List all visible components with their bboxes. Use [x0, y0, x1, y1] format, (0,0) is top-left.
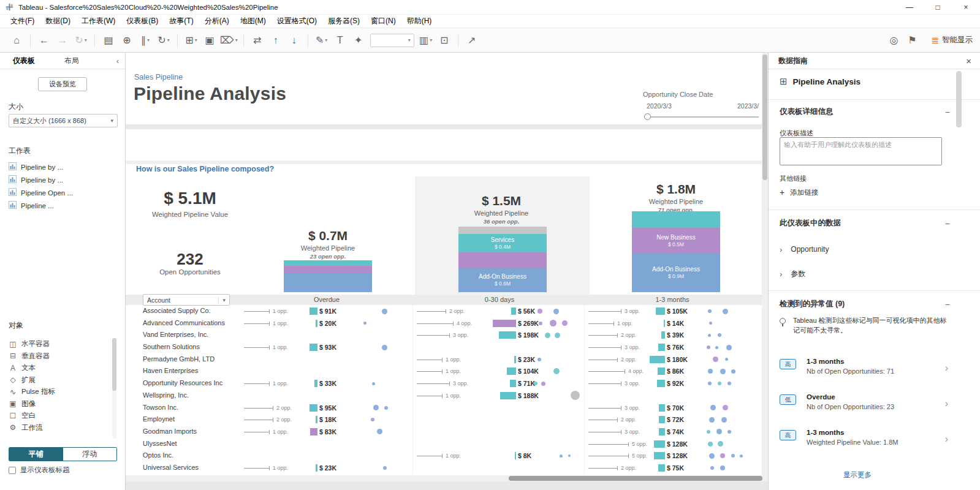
- menu-item[interactable]: 服务器(S): [322, 15, 365, 28]
- pipeline-bar[interactable]: [659, 416, 665, 423]
- account-filter[interactable]: Account ▾: [143, 294, 230, 306]
- back-icon[interactable]: ←: [36, 32, 52, 49]
- opportunity-dot[interactable]: [708, 369, 713, 374]
- opportunity-dot[interactable]: [553, 368, 560, 374]
- table-row[interactable]: Associated Supply Co.1 opp.$ 91K2 opp.$ …: [126, 305, 762, 317]
- swap-axes-icon[interactable]: ⇄: [249, 32, 265, 49]
- opportunity-dot[interactable]: [731, 454, 735, 458]
- opportunity-dot[interactable]: [723, 405, 728, 410]
- floating-button[interactable]: 浮动: [63, 448, 117, 461]
- show-me-button[interactable]: ≣ 智能显示: [931, 35, 973, 46]
- pipeline-bar[interactable]: [514, 356, 516, 363]
- opportunity-dot[interactable]: [718, 333, 721, 337]
- data-source-item[interactable]: ›Opportunity: [769, 239, 980, 260]
- menu-item[interactable]: 帮助(H): [401, 15, 438, 28]
- menu-item[interactable]: 分析(A): [199, 15, 235, 28]
- pipeline-bar[interactable]: [658, 344, 665, 351]
- object-item[interactable]: ◇扩展: [6, 374, 110, 386]
- dashboard-description-input[interactable]: [780, 137, 942, 165]
- pipeline-bar[interactable]: [316, 416, 317, 423]
- pipeline-bar[interactable]: [515, 452, 516, 459]
- device-preview-button[interactable]: 设备预览: [38, 77, 87, 91]
- highlight-icon[interactable]: ✎▾: [314, 32, 330, 49]
- outlier-item[interactable]: 高1-3 monthsNb of Open Opportunities: 71›: [769, 356, 980, 386]
- share-icon[interactable]: ↗: [464, 32, 480, 49]
- opportunity-dot[interactable]: [708, 334, 711, 337]
- outlier-item[interactable]: 高1-3 monthsWeighted Pipeline Value: 1.8M…: [769, 428, 980, 457]
- worksheet-item[interactable]: Pipeline Open ...: [6, 186, 120, 199]
- presentation-icon[interactable]: ⊡: [436, 32, 452, 49]
- menu-item[interactable]: 文件(F): [5, 15, 40, 28]
- menu-item[interactable]: 设置格式(O): [272, 15, 322, 28]
- duplicate-icon[interactable]: ▣: [202, 32, 218, 49]
- object-item[interactable]: ∿Pulse 指标: [6, 386, 110, 398]
- close-icon[interactable]: ×: [966, 56, 971, 66]
- pipeline-bar[interactable]: [664, 320, 665, 327]
- horizontal-scrollbar[interactable]: [126, 475, 768, 481]
- opportunity-dot[interactable]: [720, 453, 725, 458]
- object-item[interactable]: ⚙工作流: [6, 422, 110, 434]
- collapse-section-icon[interactable]: −: [945, 219, 950, 228]
- menu-item[interactable]: 数据(D): [40, 15, 76, 28]
- outlier-item[interactable]: 低OverdueNb of Open Opportunities: 23›: [769, 392, 980, 421]
- pause-updates-icon[interactable]: ∥▾: [137, 32, 153, 49]
- opportunity-dot[interactable]: [716, 429, 722, 434]
- sort-asc-icon[interactable]: ↑: [268, 32, 284, 49]
- opportunity-dot[interactable]: [550, 320, 556, 326]
- opportunity-dot[interactable]: [539, 322, 542, 325]
- menu-item[interactable]: 故事(T): [164, 15, 199, 28]
- minimize-button[interactable]: —: [895, 0, 924, 14]
- pipeline-bar[interactable]: [657, 380, 665, 387]
- opportunity-dot[interactable]: [740, 454, 743, 458]
- stacked-bar-segment[interactable]: [632, 211, 720, 228]
- opportunity-dot[interactable]: [720, 466, 725, 470]
- table-row[interactable]: Optos Inc.1 opp.$ 8K5 opp.$ 128K: [126, 450, 762, 462]
- fix-axes-icon[interactable]: ✦: [351, 32, 367, 49]
- opportunity-dot[interactable]: [373, 405, 379, 410]
- show-title-checkbox[interactable]: [9, 467, 16, 474]
- save-icon[interactable]: ▤: [101, 32, 116, 49]
- opportunity-dot[interactable]: [537, 309, 542, 314]
- object-item[interactable]: A文本: [6, 362, 110, 374]
- opportunity-dot[interactable]: [383, 466, 387, 470]
- stacked-bar-segment[interactable]: New Business$ 0.5M: [632, 228, 720, 254]
- maximize-button[interactable]: □: [924, 0, 952, 14]
- opportunity-dot[interactable]: [727, 430, 731, 434]
- pipeline-bar[interactable]: [507, 368, 516, 375]
- pipeline-bar[interactable]: [511, 307, 516, 315]
- date-slider-handle[interactable]: [644, 113, 651, 120]
- data-guide-scrollbar[interactable]: [956, 71, 962, 127]
- opportunity-dot[interactable]: [371, 418, 374, 421]
- stacked-bar-segment[interactable]: [458, 227, 547, 234]
- pipeline-bar[interactable]: [316, 320, 317, 327]
- pipeline-bar[interactable]: [654, 452, 665, 459]
- pipeline-bar[interactable]: [310, 404, 317, 412]
- objects-scrollbar[interactable]: [112, 338, 116, 391]
- object-item[interactable]: ⊟垂直容器: [6, 350, 110, 363]
- opportunity-dot[interactable]: [715, 346, 718, 349]
- opportunity-dot[interactable]: [384, 406, 388, 410]
- table-row[interactable]: Wellspring, Inc.1 opp.$ 188K: [126, 390, 762, 402]
- size-selector[interactable]: 自定义大小 (1666 x 868) ▾: [9, 114, 118, 127]
- opportunity-dot[interactable]: [537, 358, 541, 361]
- labels-icon[interactable]: T: [332, 32, 348, 49]
- table-row[interactable]: Vand Enterprises, Inc.3 opp.$ 198K2 opp.…: [126, 329, 762, 341]
- table-row[interactable]: Universal Services1 opp.$ 23K2 opp.$ 75K: [126, 462, 762, 474]
- worksheet-item[interactable]: Pipeline ...: [6, 199, 120, 212]
- refresh-icon[interactable]: ↻▾: [156, 32, 172, 49]
- tiled-button[interactable]: 平铺: [9, 448, 63, 461]
- opportunity-dot[interactable]: [534, 382, 537, 385]
- opportunity-dot[interactable]: [718, 441, 723, 447]
- table-row[interactable]: Employnet2 opp.$ 18K2 opp.$ 72K: [126, 413, 762, 426]
- menu-item[interactable]: 地图(M): [235, 15, 272, 28]
- table-row[interactable]: Southern Solutions1 opp.$ 93K3 opp.$ 76K: [126, 341, 762, 353]
- table-row[interactable]: Goodman Imports1 opp.$ 83K3 opp.$ 74K: [126, 426, 762, 438]
- opportunity-dot[interactable]: [709, 322, 712, 325]
- opportunity-dot[interactable]: [709, 417, 715, 423]
- pipeline-bar[interactable]: [510, 380, 516, 387]
- stacked-bar-segment[interactable]: Add-On Business$ 0.9M: [632, 254, 720, 292]
- collapse-section-icon[interactable]: −: [945, 300, 950, 309]
- close-button[interactable]: ×: [952, 0, 980, 14]
- opportunity-dot[interactable]: [723, 309, 728, 314]
- home-icon[interactable]: ⌂: [9, 32, 25, 49]
